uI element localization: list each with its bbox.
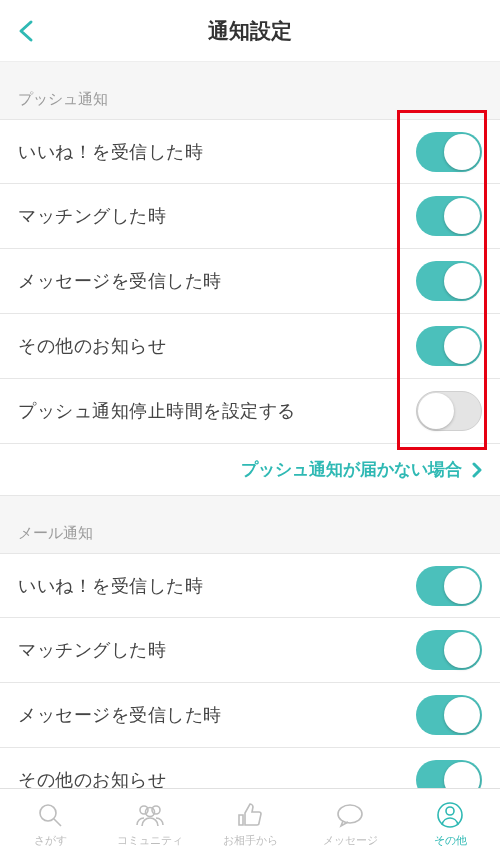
setting-row: プッシュ通知停止時間を設定する [0,379,500,444]
setting-row: メッセージを受信した時 [0,683,500,748]
svg-point-7 [446,807,454,815]
svg-point-5 [338,805,362,823]
toggle-matched[interactable] [416,196,482,236]
section-header-mail: メール通知 [0,496,500,553]
toggle-other-news[interactable] [416,326,482,366]
tab-label: コミュニティ [117,833,183,848]
tab-label: その他 [434,833,467,848]
row-label: メッセージを受信した時 [18,269,222,293]
toggle-mail-other-news[interactable] [416,760,482,788]
search-icon [36,800,64,830]
push-help-link[interactable]: プッシュ通知が届かない場合 [0,444,500,496]
other-icon [436,800,464,830]
setting-row: メッセージを受信した時 [0,249,500,314]
message-icon [335,800,365,830]
tab-community[interactable]: コミュニティ [100,789,200,858]
page-title: 通知設定 [208,17,292,45]
row-label: メッセージを受信した時 [18,703,222,727]
toggle-mail-matched[interactable] [416,630,482,670]
row-label: いいね！を受信した時 [18,574,203,598]
toggle-mail-like-received[interactable] [416,566,482,606]
tab-label: メッセージ [323,833,378,848]
svg-line-1 [54,819,61,826]
setting-row: マッチングした時 [0,184,500,249]
row-label: プッシュ通知停止時間を設定する [18,399,296,423]
section-header-push: プッシュ通知 [0,62,500,119]
tab-from-partner[interactable]: お相手から [200,789,300,858]
tab-bar: さがす コミュニティ お相手から メッセージ その他 [0,788,500,858]
tab-label: お相手から [223,833,278,848]
section-push: いいね！を受信した時 マッチングした時 メッセージを受信した時 その他のお知らせ… [0,119,500,444]
link-label: プッシュ通知が届かない場合 [241,458,462,481]
chevron-right-icon [472,462,482,478]
row-label: マッチングした時 [18,204,166,228]
toggle-message-received[interactable] [416,261,482,301]
toggle-mail-message-received[interactable] [416,695,482,735]
setting-row: その他のお知らせ [0,748,500,788]
row-label: その他のお知らせ [18,334,166,358]
back-button[interactable] [12,17,40,45]
header: 通知設定 [0,0,500,62]
row-label: マッチングした時 [18,638,166,662]
toggle-quiet-hours[interactable] [416,391,482,431]
row-label: いいね！を受信した時 [18,140,203,164]
content-scroll[interactable]: プッシュ通知 いいね！を受信した時 マッチングした時 メッセージを受信した時 そ… [0,62,500,788]
setting-row: いいね！を受信した時 [0,119,500,184]
tab-other[interactable]: その他 [400,789,500,858]
setting-row: その他のお知らせ [0,314,500,379]
setting-row: いいね！を受信した時 [0,553,500,618]
section-mail: いいね！を受信した時 マッチングした時 メッセージを受信した時 その他のお知らせ [0,553,500,788]
tab-message[interactable]: メッセージ [300,789,400,858]
tab-label: さがす [34,833,67,848]
toggle-like-received[interactable] [416,132,482,172]
tab-search[interactable]: さがす [0,789,100,858]
setting-row: マッチングした時 [0,618,500,683]
svg-point-0 [40,805,56,821]
like-icon [235,800,265,830]
community-icon [134,800,166,830]
row-label: その他のお知らせ [18,768,166,788]
